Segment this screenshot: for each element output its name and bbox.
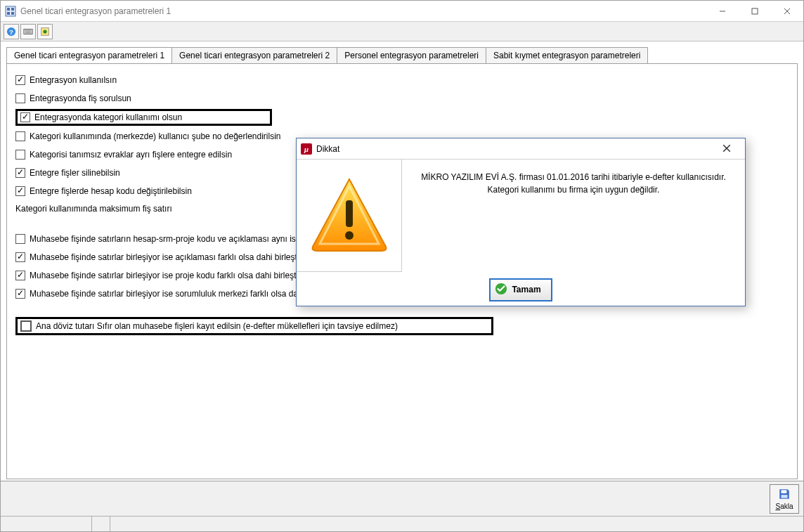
svg-rect-2 bbox=[11, 8, 14, 11]
save-icon bbox=[778, 488, 791, 502]
svg-rect-4 bbox=[11, 12, 14, 15]
highlighted-option-category-use: Entegrasyonda kategori kullanımı olsun bbox=[15, 109, 272, 126]
dialog-message: MİKRO YAZILIM EVİ A.Ş. firması 01.01.201… bbox=[402, 160, 745, 272]
tab-personnel[interactable]: Personel entegrasyon parametreleri bbox=[337, 47, 486, 63]
warning-icon bbox=[297, 160, 402, 272]
option-label: Kategori kullanımında (merkezde) kullanı… bbox=[30, 131, 281, 141]
checkbox-zero-amount-save[interactable] bbox=[20, 320, 32, 332]
option-row: Entegrasyonda fiş sorulsun bbox=[15, 89, 789, 108]
option-label: Entegre fişlerde hesap kodu değiştirileb… bbox=[30, 186, 192, 196]
tab-general-2[interactable]: Genel ticari entegrasyon parametreleri 2 bbox=[171, 47, 337, 63]
option-row: Entegrasyon kullanılsın bbox=[15, 71, 789, 89]
tab-fixed-asset[interactable]: Sabit kıymet entegrasyon parametreleri bbox=[486, 47, 648, 63]
svg-rect-1 bbox=[7, 8, 10, 11]
svg-rect-18 bbox=[782, 495, 788, 498]
checkbox-merge-same[interactable] bbox=[15, 234, 25, 244]
warning-dialog: µ Dikkat MİKRO YAZILIM bbox=[296, 138, 746, 306]
tab-label: Personel entegrasyon parametreleri bbox=[344, 51, 479, 60]
option-label: Muhasebe fişinde satırlar birleşiyor ise… bbox=[30, 289, 335, 299]
checkbox-account-code-editable[interactable] bbox=[15, 186, 25, 196]
dialog-ok-label: Tamam bbox=[512, 285, 540, 294]
option-label: Entegre fişler silinebilsin bbox=[30, 168, 120, 178]
statusbar bbox=[1, 516, 803, 531]
tab-general-1[interactable]: Genel ticari entegrasyon parametreleri 1 bbox=[6, 47, 172, 63]
status-cell bbox=[1, 517, 92, 531]
window-title: Genel ticari entegrasyon parametreleri 1 bbox=[20, 6, 171, 16]
option-label: Muhasebe fişinde satırlar birleşiyor ise… bbox=[30, 271, 301, 280]
option-label: Muhasebe fişinde satırların hesap-srm-pr… bbox=[30, 234, 330, 244]
option-label: Entegrasyonda kategori kullanımı olsun bbox=[34, 112, 182, 122]
app-icon bbox=[5, 6, 16, 17]
option-label: Entegrasyon kullanılsın bbox=[30, 75, 117, 85]
titlebar: Genel ticari entegrasyon parametreleri 1 bbox=[1, 1, 803, 22]
tab-label: Genel ticari entegrasyon parametreleri 2 bbox=[179, 51, 330, 60]
checkbox-merge-diff-project[interactable] bbox=[15, 271, 25, 280]
checkbox-use-integration[interactable] bbox=[15, 75, 25, 85]
svg-rect-17 bbox=[782, 490, 787, 493]
minimize-button[interactable] bbox=[706, 1, 739, 21]
tabstrip: Genel ticari entegrasyon parametreleri 1… bbox=[1, 41, 803, 63]
option-label: Ana döviz tutarı Sıfır olan muhasebe fiş… bbox=[36, 321, 398, 331]
status-cell bbox=[92, 517, 110, 531]
close-button[interactable] bbox=[771, 1, 803, 21]
dialog-app-icon: µ bbox=[301, 143, 312, 155]
option-label: Muhasebe fişinde satırlar birleşiyor ise… bbox=[30, 252, 302, 262]
svg-rect-6 bbox=[752, 8, 758, 14]
toolbar: ? bbox=[1, 22, 803, 41]
svg-point-22 bbox=[345, 231, 354, 240]
tab-label: Sabit kıymet entegrasyon parametreleri bbox=[493, 51, 640, 60]
checkbox-merge-diff-responsibility[interactable] bbox=[15, 289, 25, 299]
save-button-label: SSaklaakla bbox=[775, 502, 793, 510]
dialog-title-text: Dikkat bbox=[316, 144, 339, 154]
checkbox-branch-no[interactable] bbox=[15, 131, 25, 141]
bottom-bar: SSaklaakla bbox=[1, 481, 803, 516]
toolbar-settings-button[interactable] bbox=[37, 24, 53, 39]
save-button[interactable]: SSaklaakla bbox=[770, 484, 799, 514]
dialog-ok-button[interactable]: Tamam bbox=[489, 278, 552, 301]
checkbox-merge-diff-desc[interactable] bbox=[15, 252, 25, 262]
toolbar-help-button[interactable]: ? bbox=[4, 24, 19, 39]
dialog-close-button[interactable] bbox=[713, 143, 741, 155]
dialog-body: MİKRO YAZILIM EVİ A.Ş. firması 01.01.201… bbox=[297, 160, 745, 272]
window-controls bbox=[706, 1, 803, 21]
highlighted-option-zero-amount: Ana döviz tutarı Sıfır olan muhasebe fiş… bbox=[15, 317, 493, 335]
svg-point-16 bbox=[43, 30, 46, 33]
checkbox-category-use[interactable] bbox=[20, 112, 30, 122]
checkbox-ask-voucher[interactable] bbox=[15, 93, 25, 103]
option-label: Kategorisi tanımsız evraklar ayrı fişler… bbox=[30, 150, 232, 160]
checkbox-undefined-category[interactable] bbox=[15, 150, 25, 160]
dialog-footer: Tamam bbox=[297, 272, 745, 307]
checkbox-deletable[interactable] bbox=[15, 168, 25, 178]
ok-icon bbox=[495, 283, 507, 297]
tab-label: Genel ticari entegrasyon parametreleri 1 bbox=[14, 51, 164, 60]
option-label: Entegrasyonda fiş sorulsun bbox=[30, 93, 131, 103]
svg-rect-21 bbox=[346, 200, 353, 227]
dialog-titlebar: µ Dikkat bbox=[297, 138, 745, 160]
maximize-button[interactable] bbox=[739, 1, 771, 21]
svg-rect-3 bbox=[7, 12, 10, 15]
toolbar-keyboard-button[interactable] bbox=[20, 24, 36, 39]
svg-text:?: ? bbox=[9, 27, 13, 35]
